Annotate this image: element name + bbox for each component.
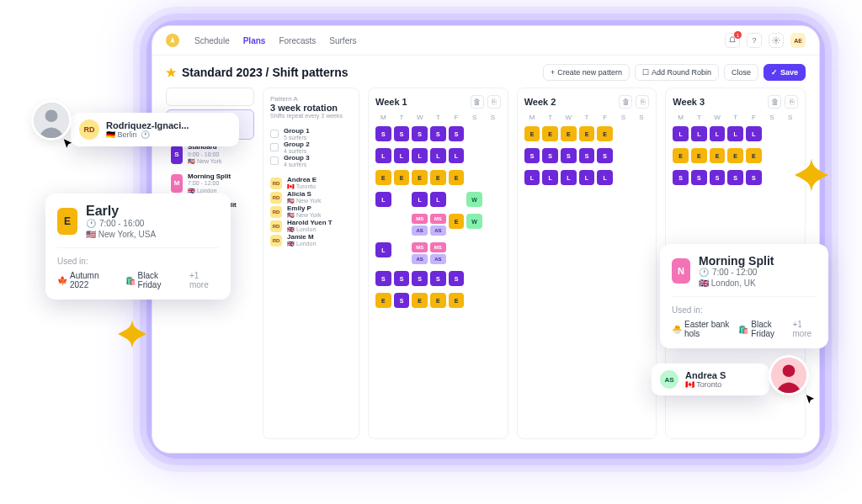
shift-chip[interactable]: L: [561, 170, 577, 185]
shift-chip[interactable]: [764, 170, 780, 185]
shift-chip[interactable]: E: [375, 293, 391, 308]
plan-tag[interactable]: 🐣 Easter bank hols: [672, 320, 730, 338]
shift-chip[interactable]: L: [394, 148, 410, 163]
shift-chip[interactable]: [764, 126, 780, 141]
shift-chip[interactable]: [764, 148, 780, 163]
shift-chip[interactable]: S: [394, 126, 410, 141]
shift-chip[interactable]: E: [375, 170, 391, 185]
shift-chip[interactable]: S: [579, 148, 595, 163]
shift-chip[interactable]: [485, 170, 501, 185]
add-round-robin-button[interactable]: ☐ Add Round Robin: [635, 64, 719, 81]
shift-chip[interactable]: [615, 170, 631, 185]
shift-chip[interactable]: E: [561, 126, 577, 141]
more-link[interactable]: +1 more: [792, 320, 817, 338]
person-row[interactable]: RDEmily P🇺🇸 New York: [270, 204, 352, 219]
plan-tag[interactable]: 🛍️ Black Friday: [125, 271, 181, 289]
shift-chip[interactable]: E: [449, 170, 465, 185]
shift-chip[interactable]: [466, 126, 482, 141]
notifications-button[interactable]: 1: [725, 33, 740, 48]
nav-plans[interactable]: Plans: [243, 36, 266, 45]
shift-chip[interactable]: S: [673, 170, 689, 185]
shift-chip[interactable]: L: [412, 148, 428, 163]
shift-chip[interactable]: [485, 148, 501, 163]
shift-chip[interactable]: L: [375, 242, 391, 257]
shift-chip[interactable]: AS: [412, 254, 428, 264]
shift-chip[interactable]: [485, 126, 501, 141]
shift-chip[interactable]: E: [542, 126, 558, 141]
plan-tag[interactable]: 🍁 Autumn 2022: [57, 271, 117, 289]
shift-chip[interactable]: S: [430, 271, 446, 286]
shift-chip[interactable]: E: [746, 148, 762, 163]
shift-chip[interactable]: L: [449, 148, 465, 163]
shift-search[interactable]: [166, 88, 254, 106]
shift-chip[interactable]: L: [524, 170, 540, 185]
shift-chip[interactable]: AS: [430, 225, 446, 236]
shift-chip[interactable]: W: [466, 214, 482, 229]
shift-chip[interactable]: S: [710, 170, 726, 185]
shift-chip[interactable]: [615, 126, 631, 141]
shift-chip[interactable]: MS: [430, 214, 446, 224]
copy-week-button[interactable]: ⎘: [785, 95, 798, 109]
shift-chip[interactable]: L: [597, 170, 613, 185]
shift-chip[interactable]: S: [597, 148, 613, 163]
shift-chip[interactable]: L: [375, 192, 391, 207]
shift-chip[interactable]: L: [430, 192, 446, 207]
shift-chip[interactable]: L: [542, 170, 558, 185]
shift-chip[interactable]: S: [691, 170, 707, 185]
shift-chip[interactable]: [782, 126, 798, 141]
shift-chip[interactable]: E: [430, 293, 446, 308]
app-logo[interactable]: [166, 34, 179, 47]
checkbox[interactable]: [270, 130, 279, 138]
copy-week-button[interactable]: ⎘: [487, 95, 501, 109]
shift-chip[interactable]: S: [561, 148, 577, 163]
shift-chip[interactable]: E: [727, 148, 743, 163]
shift-chip[interactable]: L: [412, 192, 428, 207]
shift-chip[interactable]: L: [375, 148, 391, 163]
close-button[interactable]: Close: [724, 64, 758, 81]
shift-chip[interactable]: L: [673, 126, 689, 141]
shift-chip[interactable]: E: [524, 126, 540, 141]
shift-chip[interactable]: [466, 170, 482, 185]
person-row[interactable]: RDJamie M🇬🇧 London: [270, 233, 352, 247]
shift-chip[interactable]: S: [394, 293, 410, 308]
shift-chip[interactable]: S: [746, 170, 762, 185]
checkbox[interactable]: [270, 157, 279, 165]
shift-chip[interactable]: E: [430, 170, 446, 185]
shift-chip[interactable]: E: [412, 293, 428, 308]
person-row[interactable]: RDAlicia S🇺🇸 New York: [270, 190, 352, 204]
shift-chip[interactable]: L: [710, 126, 726, 141]
delete-week-button[interactable]: 🗑: [619, 95, 632, 109]
help-button[interactable]: ?: [747, 33, 762, 48]
shift-chip[interactable]: S: [524, 148, 540, 163]
group-row[interactable]: Group 34 surfers: [270, 154, 352, 167]
shift-chip[interactable]: S: [430, 126, 446, 141]
shift-chip[interactable]: AS: [430, 254, 446, 264]
shift-chip[interactable]: [634, 148, 650, 163]
shift-chip[interactable]: L: [430, 148, 446, 163]
person-row[interactable]: RDHarold Yuen T🇬🇧 London: [270, 219, 352, 233]
nav-surfers[interactable]: Surfers: [329, 36, 356, 45]
copy-week-button[interactable]: ⎘: [636, 95, 649, 109]
shift-chip[interactable]: E: [710, 148, 726, 163]
shift-chip[interactable]: E: [673, 148, 689, 163]
shift-chip[interactable]: W: [466, 192, 482, 207]
group-row[interactable]: Group 24 surfers: [270, 141, 352, 154]
shift-chip[interactable]: L: [579, 170, 595, 185]
shift-chip[interactable]: MS: [430, 242, 446, 252]
shift-chip[interactable]: MS: [412, 242, 428, 252]
delete-week-button[interactable]: 🗑: [471, 95, 484, 109]
shift-chip[interactable]: S: [375, 271, 391, 286]
create-pattern-button[interactable]: + Create new pattern: [543, 64, 630, 81]
person-row[interactable]: RDAndrea E🇨🇦 Toronto: [270, 176, 352, 190]
shift-chip[interactable]: AS: [412, 225, 428, 236]
shift-chip[interactable]: [634, 126, 650, 141]
shift-chip[interactable]: S: [412, 271, 428, 286]
shift-chip[interactable]: S: [449, 126, 465, 141]
shift-chip[interactable]: MS: [412, 214, 428, 224]
shift-chip[interactable]: S: [394, 271, 410, 286]
shift-chip[interactable]: E: [449, 293, 465, 308]
save-button[interactable]: ✓ Save: [764, 64, 806, 81]
shift-chip[interactable]: S: [449, 271, 465, 286]
delete-week-button[interactable]: 🗑: [768, 95, 781, 109]
plan-tag[interactable]: 🛍️ Black Friday: [738, 320, 784, 338]
